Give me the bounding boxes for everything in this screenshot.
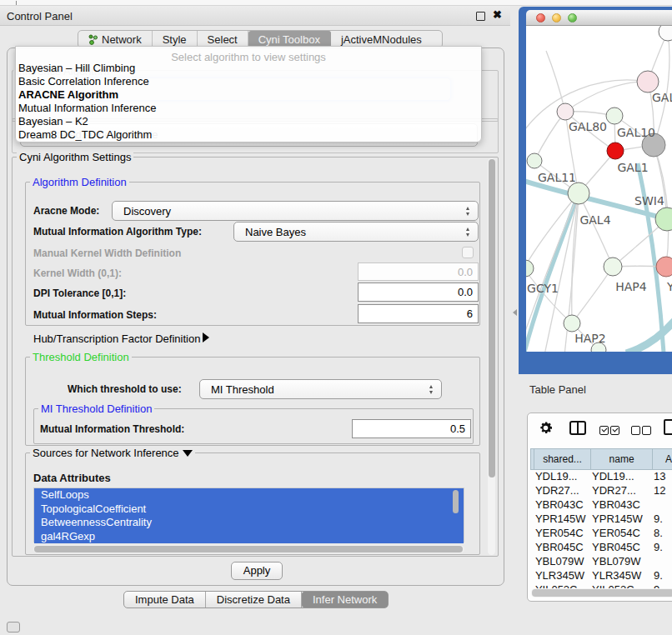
algorithm-option[interactable]: ARACNE Algorithm	[18, 88, 480, 102]
table-row[interactable]: YBL079WYBL079W	[530, 555, 672, 569]
table-row[interactable]: YDR27...YDR27...12	[530, 484, 672, 498]
apply-button[interactable]: Apply	[231, 562, 283, 580]
column-header[interactable]: name	[591, 448, 653, 470]
bottom-tab-infer-network[interactable]: Infer Network	[302, 592, 388, 608]
table-row[interactable]: YLR345WYLR345W9.	[530, 569, 672, 583]
data-attributes-list[interactable]: SelfLoopsTopologicalCoefficientBetweenne…	[33, 488, 464, 542]
aracne-mode-value: Discovery	[123, 205, 171, 218]
mi-threshold-label: Mutual Information Threshold:	[40, 423, 184, 435]
algorithm-option[interactable]: Bayesian – Hill Climbing	[18, 62, 480, 75]
which-threshold-value: MI Threshold	[211, 383, 274, 396]
table-row[interactable]: YBR043CYBR043C	[530, 498, 672, 512]
table-cell: YBR045C	[534, 541, 591, 555]
algorithm-option[interactable]: Basic Correlation Inference	[18, 75, 480, 88]
manual-kernel-checkbox[interactable]	[462, 247, 474, 258]
table-cell	[653, 555, 672, 569]
table-cell: YLR345W	[534, 569, 591, 583]
kernel-width-field[interactable]: 0.0	[358, 262, 479, 281]
tab-select[interactable]: Select	[198, 31, 248, 48]
mi-type-label: Mutual Information Algorithm Type:	[33, 226, 202, 238]
network-node[interactable]	[604, 258, 622, 276]
network-edge[interactable]	[572, 267, 613, 323]
table-cell: YER054C	[591, 527, 653, 541]
hub-definition-label[interactable]: Hub/Transcription Factor Definition	[33, 332, 200, 345]
mi-threshold-title: MI Threshold Definition	[38, 402, 154, 415]
tab-network[interactable]: Network	[78, 31, 153, 48]
table-row[interactable]: YBR045CYBR045C9.	[530, 541, 672, 555]
data-attribute-item[interactable]: gal4RGexp	[34, 530, 464, 544]
minimize-traffic-light[interactable]	[552, 13, 561, 22]
close-icon[interactable]: ✖	[493, 8, 502, 21]
network-edge[interactable]	[638, 163, 664, 352]
expand-arrow-icon[interactable]	[203, 332, 209, 342]
page: Control Panel ✖ NetworkStyleSelectCyni T…	[0, 0, 672, 635]
mi-steps-field[interactable]: 6	[358, 304, 479, 323]
select-all-checkboxes-icon[interactable]	[599, 423, 621, 438]
column-header[interactable]: A	[653, 448, 672, 470]
tab-style[interactable]: Style	[153, 31, 198, 48]
table-hscrollbar[interactable]	[531, 588, 672, 598]
table-cell	[653, 498, 672, 512]
network-graph: GAL7GAL80GAL10GAL1GAL11GAL4SWI4HAP4YGCY1…	[526, 26, 672, 352]
bottom-tab-discretize-data[interactable]: Discretize Data	[206, 592, 302, 608]
network-node[interactable]	[557, 103, 574, 120]
tab-label: Style	[163, 33, 187, 46]
mi-steps-label: Mutual Information Steps:	[33, 309, 157, 321]
algorithm-option[interactable]: Bayesian – K2	[18, 115, 480, 128]
network-node[interactable]	[659, 26, 672, 41]
list-hscrollbar[interactable]	[33, 545, 464, 553]
network-node[interactable]	[656, 257, 672, 277]
tab-label: Network	[102, 33, 142, 46]
table-row[interactable]: YDL19...YDL19...13	[530, 470, 672, 484]
table-row[interactable]: YER054CYER054C8.	[530, 527, 672, 541]
column-header[interactable]: shared...	[534, 448, 591, 470]
app-top-strip	[0, 0, 672, 6]
stepper-icon	[429, 384, 435, 395]
network-edge[interactable]	[546, 51, 565, 112]
table-cell: YPR145W	[591, 512, 653, 527]
algorithm-option[interactable]: Mutual Information Inference	[18, 102, 480, 115]
data-attribute-item[interactable]: SelfLoops	[34, 488, 464, 502]
network-node[interactable]	[526, 260, 534, 277]
mi-threshold-field[interactable]: 0.5	[352, 419, 471, 438]
data-attribute-item[interactable]: BetweennessCentrality	[34, 516, 464, 530]
mi-type-combo[interactable]: Naive Bayes	[233, 222, 479, 242]
columns-icon[interactable]	[569, 421, 586, 435]
dpi-tolerance-field[interactable]: 0.0	[358, 282, 479, 302]
algorithm-option[interactable]: Dream8 DC_TDC Algorithm	[18, 128, 480, 142]
network-canvas[interactable]: GAL7GAL80GAL10GAL1GAL11GAL4SWI4HAP4YGCY1…	[526, 26, 672, 352]
network-node[interactable]	[606, 108, 623, 124]
tab-label: jActiveMNodules	[341, 33, 422, 46]
data-attribute-item[interactable]: TopologicalCoefficient	[34, 502, 464, 517]
zoom-traffic-light[interactable]	[568, 13, 577, 22]
table-cell: YDR27...	[534, 484, 591, 498]
data-attributes-label: Data Attributes	[33, 472, 111, 484]
dock-icon[interactable]	[7, 622, 20, 632]
settings-scrollbar[interactable]	[488, 158, 495, 555]
network-node[interactable]	[607, 142, 624, 159]
network-edge[interactable]	[565, 82, 648, 112]
float-window-icon[interactable]	[476, 12, 485, 21]
network-node[interactable]	[527, 153, 542, 168]
tab-cyni-toolbox[interactable]: Cyni Toolbox	[248, 31, 331, 48]
close-traffic-light[interactable]	[536, 13, 545, 22]
collapse-arrow-icon[interactable]	[183, 450, 193, 457]
tab-jactivemnodules[interactable]: jActiveMNodules	[331, 31, 432, 48]
gear-icon[interactable]	[538, 420, 554, 436]
table-cell: YBR045C	[591, 541, 653, 555]
deselect-all-checkboxes-icon[interactable]	[631, 423, 653, 438]
table-cell: 12	[653, 484, 672, 498]
which-threshold-combo[interactable]: MI Threshold	[199, 379, 442, 399]
export-table-icon[interactable]	[664, 419, 672, 435]
list-scrollbar[interactable]	[453, 490, 459, 513]
tab-label: Select	[208, 33, 238, 46]
network-node[interactable]	[568, 182, 589, 204]
splitpane-collapse-icon[interactable]	[513, 309, 517, 316]
table-row[interactable]: YPR145WYPR145W9.	[530, 512, 672, 527]
network-node[interactable]	[637, 71, 659, 92]
table-toolbar	[528, 413, 672, 447]
network-node[interactable]	[564, 315, 580, 332]
bottom-tab-impute-data[interactable]: Impute Data	[124, 592, 206, 608]
aracne-mode-combo[interactable]: Discovery	[112, 201, 479, 221]
node-label: HAP2	[574, 332, 605, 345]
